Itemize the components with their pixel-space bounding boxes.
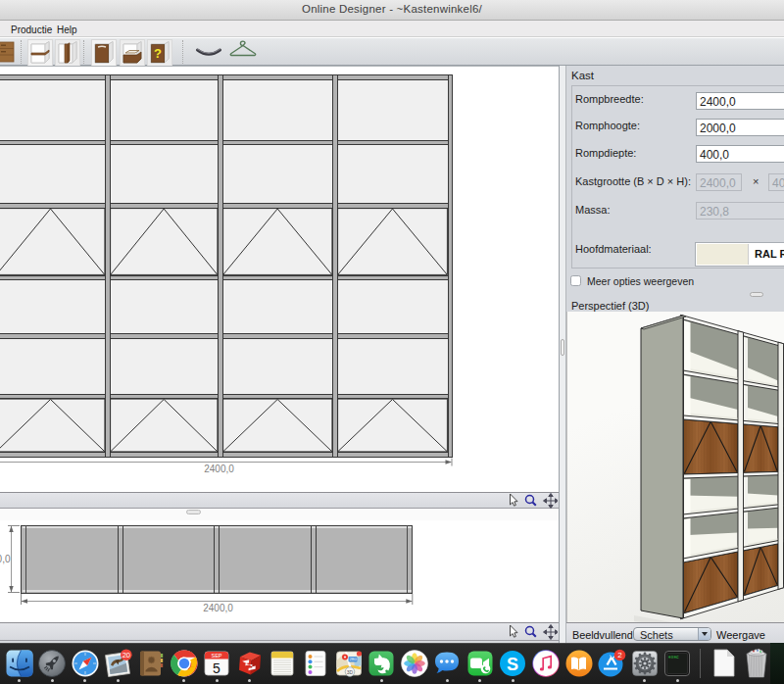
svg-text:?: ? — [154, 46, 162, 61]
svg-text:2400,0: 2400,0 — [203, 603, 233, 613]
svg-text:3D: 3D — [346, 669, 353, 675]
svg-text:S: S — [507, 655, 518, 674]
svg-text:280: 280 — [349, 657, 357, 661]
svg-text:exec: exec — [668, 655, 679, 660]
svg-text:SEP: SEP — [212, 653, 222, 659]
svg-text:20: 20 — [122, 651, 130, 660]
svg-text:5: 5 — [213, 660, 220, 676]
svg-text:400,0: 400,0 — [0, 554, 11, 564]
svg-text:2: 2 — [617, 651, 622, 660]
svg-text:2400,0: 2400,0 — [204, 464, 234, 474]
